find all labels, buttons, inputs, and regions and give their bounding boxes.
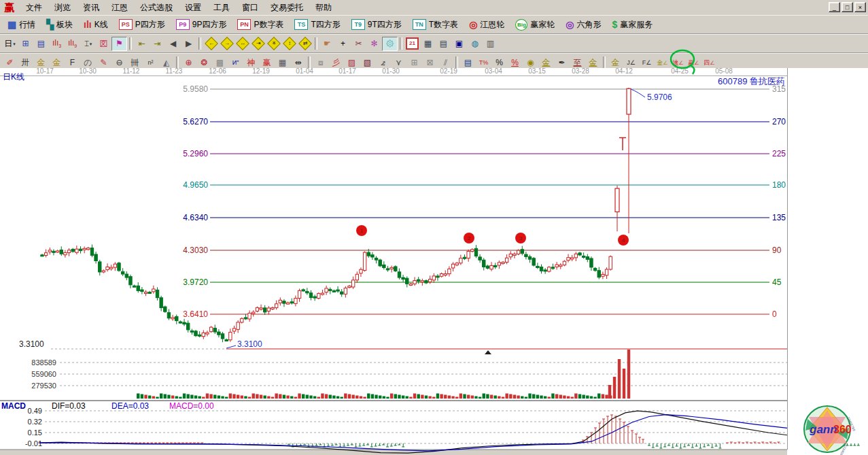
menu-公式选股[interactable]: 公式选股 — [134, 1, 179, 14]
gold-line-2-icon: 金 — [589, 58, 597, 67]
step-back-icon: ◀ — [170, 39, 176, 48]
tool-smart-tool-button[interactable]: ۞ — [382, 37, 398, 51]
svg-text:03-15: 03-15 — [528, 68, 546, 75]
chart-panel[interactable]: 10-1710-3011-1211-2312-0612-1901-0401-17… — [0, 68, 868, 455]
toolbar-winner-wheel[interactable]: Big赢家轮 — [510, 17, 560, 32]
close-button[interactable]: × — [854, 2, 866, 12]
f10-info-icon: ▤ — [37, 39, 45, 48]
multi-chart-icon: ⊞ — [22, 39, 29, 48]
tool-hand-tool-button[interactable]: ☛ — [319, 37, 335, 51]
toolbar-9t-square[interactable]: T99T四方形 — [346, 17, 407, 32]
tool-gann-right-button[interactable]: → — [219, 37, 235, 51]
kline-label: K线 — [94, 19, 108, 31]
svg-text:559060: 559060 — [31, 370, 56, 378]
gold-line-icon: 金 — [542, 58, 551, 67]
winner-wheel-icon: Big — [515, 19, 527, 31]
restore-button[interactable]: □ — [841, 2, 853, 12]
toolbar-gann-wheel[interactable]: ◎江恩轮 — [464, 17, 510, 32]
tool-gann-swap-button[interactable]: ⇄ — [297, 37, 313, 51]
tool-pc-export-button[interactable]: ▥ — [483, 37, 498, 51]
svg-text:11-23: 11-23 — [166, 68, 183, 75]
toolbar-t-number-table[interactable]: TNT数字表 — [407, 17, 464, 32]
t-square-icon: TS — [294, 19, 308, 30]
menu-设置[interactable]: 设置 — [179, 1, 207, 14]
tool-calendar-21-button[interactable]: 21 — [404, 37, 420, 51]
tool-delete-line-tool-button[interactable]: ✂ — [351, 37, 366, 51]
menu-窗口[interactable]: 窗口 — [236, 1, 264, 14]
tool-gann-converge-button[interactable]: ⇥ — [250, 37, 266, 51]
tool-pattern-search-button[interactable]: 図 — [96, 37, 111, 51]
tool-last-page-button[interactable]: ⇥ — [150, 37, 165, 51]
tool-crosshair-tool-button[interactable]: + — [335, 37, 351, 51]
toolbar-kline[interactable]: ılıK线 — [78, 17, 114, 32]
tool-first-page-button[interactable]: ⇤ — [134, 37, 150, 51]
tool-gann-star-button[interactable]: ✳ — [266, 37, 281, 51]
tool-step-back-button[interactable]: ◀ — [165, 37, 181, 51]
svg-text:315: 315 — [772, 84, 786, 94]
tool-f10-info-button[interactable]: ▤ — [33, 37, 49, 51]
svg-text:1: 1 — [360, 228, 364, 234]
menu-江恩[interactable]: 江恩 — [105, 1, 134, 14]
gann-wheel-icon: ◎ — [469, 19, 477, 30]
menu-文件[interactable]: 文件 — [20, 1, 48, 14]
menu-工具[interactable]: 工具 — [207, 1, 236, 14]
tool-calculator-button[interactable]: ▦ — [420, 37, 436, 51]
su-angle-icon: 速∠ — [672, 60, 684, 66]
toolbar-winner-service[interactable]: $赢家服务 — [607, 17, 659, 32]
tool-gann-left-right-button[interactable]: ↔ — [235, 37, 250, 51]
svg-text:3: 3 — [519, 235, 523, 241]
minimize-button[interactable]: _ — [829, 2, 840, 12]
svg-text:04-12: 04-12 — [615, 68, 633, 75]
svg-text:270: 270 — [772, 117, 786, 127]
tool-save-floppy-button[interactable]: ▣ — [451, 37, 467, 51]
tool-clear-tool-button[interactable]: ✻ — [366, 37, 382, 51]
svg-text:10-30: 10-30 — [79, 68, 97, 75]
toolbar-t-square[interactable]: TST四方形 — [289, 17, 345, 32]
percent-line-icon: % — [511, 58, 519, 67]
kline-icon: ılı — [84, 19, 92, 30]
svg-text:5.6270: 5.6270 — [183, 117, 208, 127]
tool-gann-up-down-button[interactable]: ↕ — [281, 37, 297, 51]
tool-web-export-button[interactable]: ◍ — [467, 37, 483, 51]
tool-period-day-button[interactable]: 日▾ — [2, 37, 18, 51]
9p-square-label: 9P四方形 — [192, 19, 227, 31]
svg-text:04-25: 04-25 — [671, 68, 689, 75]
clear-tool-icon: ✻ — [370, 39, 377, 48]
menu-交易委托[interactable]: 交易委托 — [264, 1, 309, 14]
tool-signal-flag-button[interactable]: ⚑ — [111, 37, 127, 51]
tool-gann-left-button[interactable]: ← — [203, 37, 219, 51]
box-fan-2-icon: ▧ — [364, 58, 371, 67]
tool-small-bars-3-button[interactable]: ılı3 — [49, 37, 65, 51]
tool-step-forward-button[interactable]: ▶ — [181, 37, 196, 51]
dropdown-arrow-icon: ▾ — [13, 41, 16, 46]
toolbar-hexagon[interactable]: ◎六角形 — [560, 17, 606, 32]
svg-text:0: 0 — [772, 309, 777, 319]
svg-text:4.9650: 4.9650 — [183, 180, 208, 190]
gann-left-icon: ← — [205, 37, 218, 50]
tool-candle-style-button[interactable]: ⌶▾ — [80, 37, 96, 51]
svg-text:MACD=0.00: MACD=0.00 — [169, 401, 214, 411]
toolbar-sectors[interactable]: ▚板块 — [41, 17, 78, 32]
tool-multi-chart-button[interactable]: ⊞ — [18, 37, 33, 51]
menu-浏览[interactable]: 浏览 — [48, 1, 77, 14]
toolbar-market-quotes[interactable]: ▦行情 — [2, 17, 41, 32]
svg-text:MACD: MACD — [1, 401, 26, 411]
toolbar-p-square[interactable]: PSP四方形 — [114, 17, 171, 32]
market-quotes-icon: ▦ — [7, 19, 16, 30]
svg-text:03-04: 03-04 — [485, 68, 502, 75]
menu-资讯[interactable]: 资讯 — [77, 1, 105, 14]
toolbar-p-number-table[interactable]: PNP数字表 — [232, 17, 289, 32]
svg-text:2: 2 — [468, 235, 471, 241]
menu-帮助[interactable]: 帮助 — [309, 1, 338, 14]
tool-report-button[interactable]: ▤ — [436, 37, 451, 51]
wave-tool-icon: И” — [232, 60, 239, 66]
toolbar-9p-square[interactable]: P99P四方形 — [171, 17, 232, 32]
shen-tool-icon: 神 — [247, 58, 256, 67]
menu-items: 文件浏览资讯江恩公式选股设置工具窗口交易委托帮助 — [20, 1, 338, 14]
percent-icon: % — [496, 58, 503, 67]
calendar-21-icon: 21 — [406, 37, 419, 50]
grid-123-icon: ▦ — [279, 58, 286, 67]
n-square-icon: n² — [147, 60, 153, 66]
tool-small-bars-9-button[interactable]: ılı9 — [65, 37, 80, 51]
svg-text:DIF=0.03: DIF=0.03 — [52, 401, 86, 411]
